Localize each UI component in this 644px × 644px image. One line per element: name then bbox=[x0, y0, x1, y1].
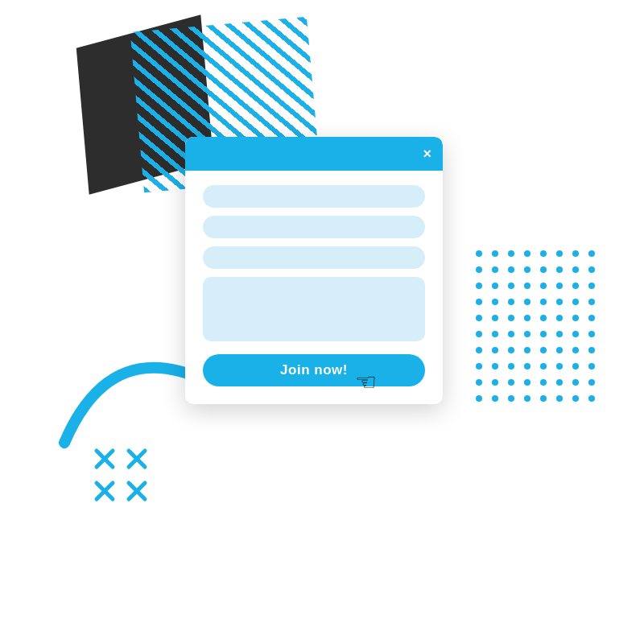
input-field-4-textarea[interactable] bbox=[203, 277, 425, 341]
dot-grid-right: /* generated via template below */ bbox=[475, 250, 604, 411]
cursor-pointer-icon: ☞ bbox=[355, 368, 377, 396]
input-field-2[interactable] bbox=[203, 216, 425, 238]
input-field-1[interactable] bbox=[203, 185, 425, 208]
join-button-wrapper: Join now! ☞ bbox=[203, 349, 425, 386]
join-now-button[interactable]: Join now! bbox=[203, 354, 425, 386]
canvas: /* generated via template below */ bbox=[0, 0, 644, 644]
modal-body: Join now! ☞ bbox=[185, 171, 443, 404]
input-field-3[interactable] bbox=[203, 246, 425, 269]
modal-header: × bbox=[185, 137, 443, 171]
close-button[interactable]: × bbox=[423, 147, 431, 161]
modal-window: × Join now! ☞ bbox=[185, 137, 443, 404]
svg-rect-1 bbox=[475, 250, 604, 411]
